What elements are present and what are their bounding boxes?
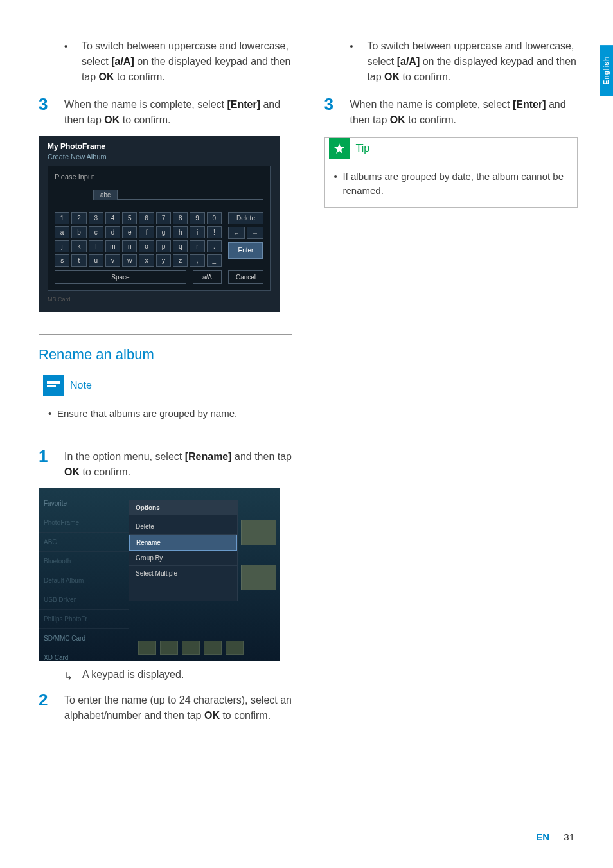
- keypad-key: 6: [139, 212, 154, 224]
- keypad-screenshot: My PhotoFrame Create New Album Please In…: [39, 136, 280, 312]
- keypad-key: q: [173, 240, 188, 252]
- bullet-text: To switch between uppercase and lowercas…: [82, 39, 292, 85]
- note-icon: [43, 375, 64, 396]
- sidebar-album-item: Favorite: [39, 494, 129, 513]
- keypad-key: 9: [190, 212, 204, 224]
- keypad-key: ,: [190, 254, 204, 267]
- keypad-key: c: [89, 226, 103, 238]
- keypad-grid: 1234567890 abcdefghi! jklmnopqr. stuvwxy…: [55, 212, 222, 269]
- keypad-key: b: [71, 226, 86, 238]
- keypad-key: 3: [89, 212, 103, 224]
- svg-rect-1: [47, 385, 56, 387]
- options-screenshot: FavoritePhotoFrameABCBluetoothDefault Al…: [39, 488, 280, 661]
- right-column: • To switch between uppercase and lowerc…: [324, 39, 578, 731]
- case-toggle-key: a/A: [193, 270, 222, 284]
- keypad-key: n: [122, 240, 137, 252]
- keypad-key: d: [105, 226, 120, 238]
- thumbnail-small: [226, 641, 244, 655]
- ss1-footer: MS Card: [48, 296, 271, 303]
- keypad-key: v: [105, 254, 120, 267]
- keypad-key: _: [207, 254, 222, 267]
- step-text: When the name is complete, select [Enter…: [350, 94, 578, 128]
- keypad-key: t: [71, 254, 86, 267]
- keypad-key: a: [55, 226, 69, 238]
- keypad-key: 2: [71, 212, 86, 224]
- sidebar-album-item: PhotoFrame: [39, 513, 129, 533]
- keypad-key: f: [139, 226, 154, 238]
- thumbnail: [241, 565, 276, 590]
- svg-rect-0: [47, 381, 60, 384]
- option-item: Delete: [129, 519, 237, 535]
- sidebar-album-item: USB Driver: [39, 590, 129, 610]
- keypad-key: 0: [207, 212, 222, 224]
- keypad-key: !: [207, 226, 222, 238]
- ss1-title: My PhotoFrame: [48, 142, 271, 151]
- note-label: Note: [70, 380, 92, 391]
- keypad-key: 1: [55, 212, 69, 224]
- keypad-key: .: [207, 240, 222, 252]
- tip-callout: Tip If albums are grouped by date, the a…: [324, 137, 578, 208]
- keypad-key: o: [139, 240, 154, 252]
- left-column: • To switch between uppercase and lowerc…: [39, 39, 292, 731]
- sidebar-album-item: Default Album: [39, 571, 129, 590]
- tip-icon: [329, 138, 350, 159]
- section-title: Rename an album: [39, 346, 292, 363]
- keypad-key: j: [55, 240, 69, 252]
- note-callout: Note Ensure that albums are grouped by n…: [39, 375, 292, 430]
- keypad-key: e: [122, 226, 137, 238]
- options-header: Options: [129, 501, 237, 515]
- delete-key: Delete: [228, 212, 263, 224]
- keypad-key: i: [190, 226, 204, 238]
- keypad-key: h: [173, 226, 188, 238]
- sidebar-album-item: XD Card: [39, 648, 129, 661]
- keypad-key: 7: [156, 212, 171, 224]
- ss1-input-label: Please Input: [55, 173, 263, 181]
- keypad-key: 5: [122, 212, 137, 224]
- thumbnail-small: [204, 641, 222, 655]
- keypad-key: s: [55, 254, 69, 267]
- keypad-key: g: [156, 226, 171, 238]
- tip-body-text: If albums are grouped by date, the album…: [334, 170, 569, 198]
- ss1-input-value: abc: [93, 190, 118, 200]
- keypad-key: p: [156, 240, 171, 252]
- tip-label: Tip: [356, 143, 370, 154]
- option-item: Group By: [129, 551, 237, 566]
- result-arrow-icon: ↳: [64, 669, 73, 682]
- note-body-text: Ensure that albums are grouped by name.: [48, 407, 283, 421]
- keypad-key: x: [139, 254, 154, 267]
- keypad-key: m: [105, 240, 120, 252]
- bullet-text: To switch between uppercase and lowercas…: [367, 39, 578, 85]
- keypad-key: z: [173, 254, 188, 267]
- thumbnail-small: [160, 641, 178, 655]
- sidebar-album-item: Philips PhotoFr: [39, 610, 129, 629]
- keypad-key: 8: [173, 212, 188, 224]
- keypad-key: l: [89, 240, 103, 252]
- bullet-icon: •: [64, 39, 67, 54]
- sidebar-album-item: SD/MMC Card: [39, 629, 129, 648]
- result-text: A keypad is displayed.: [82, 669, 184, 680]
- thumbnail: [241, 520, 276, 545]
- page-footer: EN 31: [536, 831, 574, 842]
- thumbnail-small: [138, 641, 156, 655]
- keypad-key: u: [89, 254, 103, 267]
- enter-key: Enter: [228, 242, 263, 259]
- keypad-key: y: [156, 254, 171, 267]
- thumbnail-small: [182, 641, 200, 655]
- bullet-icon: •: [350, 39, 353, 54]
- cancel-key: Cancel: [228, 270, 263, 284]
- step-text: To enter the name (up to 24 characters),…: [64, 690, 292, 723]
- arrow-left-key: ←: [228, 227, 245, 239]
- language-tab: English: [600, 45, 613, 96]
- option-item: Select Multiple: [129, 566, 237, 581]
- step-text: In the option menu, select [Rename] and …: [64, 447, 292, 480]
- option-item: Rename: [129, 535, 237, 551]
- keypad-key: r: [190, 240, 204, 252]
- space-key: Space: [55, 270, 186, 284]
- keypad-key: 4: [105, 212, 120, 224]
- keypad-key: w: [122, 254, 137, 267]
- ss1-subtitle: Create New Album: [48, 153, 271, 161]
- arrow-right-key: →: [247, 227, 263, 239]
- footer-lang: EN: [536, 831, 549, 842]
- sidebar-album-item: Bluetooth: [39, 552, 129, 571]
- step-number-2: 2: [39, 690, 53, 710]
